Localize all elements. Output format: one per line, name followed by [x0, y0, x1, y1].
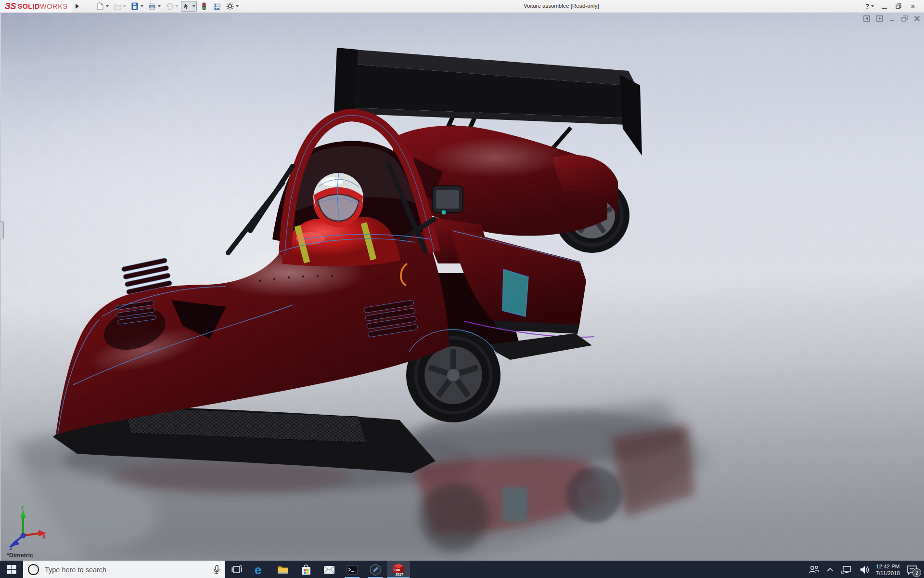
- solidworks-logo: ЗS SOLIDWORKS: [0, 0, 72, 13]
- hexagon-app-button[interactable]: [364, 561, 387, 578]
- notification-count-badge: 2: [912, 568, 921, 577]
- document-window-controls: [863, 15, 920, 22]
- new-document-button[interactable]: [94, 1, 110, 12]
- microphone-icon[interactable]: [213, 565, 220, 575]
- hexagon-app-icon: [370, 564, 381, 576]
- rebuild-button[interactable]: [198, 1, 210, 12]
- tray-date: 7/11/2018: [876, 570, 900, 577]
- restore-icon: [901, 15, 908, 22]
- feature-panel-collapse-tab[interactable]: [0, 221, 4, 239]
- close-button[interactable]: ×: [906, 0, 920, 12]
- people-icon: [808, 565, 819, 574]
- document-minimize-button[interactable]: [889, 16, 895, 22]
- document-title: Voiture assomblee [Read-only]: [524, 3, 599, 9]
- store-button[interactable]: [295, 561, 318, 578]
- options-button[interactable]: [224, 1, 240, 12]
- solidworks-2017-icon: SW 2017: [392, 563, 405, 577]
- save-button[interactable]: [129, 1, 145, 12]
- solidworks-2017-button[interactable]: SW 2017: [387, 561, 410, 578]
- feature-panel-splitter: [0, 13, 1, 561]
- new-document-icon: [96, 2, 104, 11]
- pane-arrow-left-icon: [863, 15, 870, 22]
- close-icon: [914, 15, 920, 22]
- save-floppy-icon: [130, 2, 139, 11]
- open-document-button: [112, 1, 128, 12]
- collapse-left-pane-button[interactable]: [863, 15, 870, 22]
- minimize-button[interactable]: [877, 0, 891, 12]
- select-cursor-icon: [182, 2, 191, 11]
- teal-fitting: [442, 210, 446, 215]
- action-center-button[interactable]: 2: [903, 561, 924, 578]
- taskbar-clock[interactable]: 12:42 PM 7/11/2018: [873, 561, 903, 578]
- gear-icon: [226, 2, 234, 11]
- svg-text:SW: SW: [395, 568, 401, 572]
- quick-toolbar: [94, 1, 240, 12]
- people-button[interactable]: [805, 561, 823, 578]
- dropdown-caret[interactable]: [141, 5, 143, 7]
- svg-text:e: e: [255, 563, 261, 577]
- window-controls: ? ×: [862, 0, 924, 12]
- open-folder-icon: [113, 2, 122, 11]
- command-prompt-icon: [346, 565, 358, 575]
- start-button[interactable]: [0, 561, 23, 578]
- tray-time: 12:42 PM: [876, 563, 899, 570]
- volume-button[interactable]: [856, 561, 873, 578]
- titlebar: ЗS SOLIDWORKS: [0, 0, 924, 13]
- print-icon: [148, 2, 156, 11]
- dropdown-caret[interactable]: [236, 5, 239, 7]
- solidworks-logo-glyph: ЗS: [5, 1, 16, 12]
- z-axis-label: Z: [10, 546, 13, 550]
- help-button[interactable]: ?: [862, 0, 877, 12]
- file-properties-button[interactable]: [211, 1, 223, 12]
- search-input[interactable]: [44, 565, 208, 574]
- solidworks-window: ЗS SOLIDWORKS: [0, 0, 924, 578]
- store-icon: [301, 564, 311, 576]
- undo-button: [164, 1, 180, 12]
- file-properties-icon: [213, 2, 221, 11]
- taskbar-search[interactable]: [23, 561, 225, 578]
- print-button[interactable]: [146, 1, 162, 12]
- chevron-up-icon: [827, 567, 834, 572]
- document-restore-button[interactable]: [901, 15, 908, 22]
- restore-icon: [896, 3, 901, 9]
- cortana-icon: [28, 564, 39, 575]
- close-icon: ×: [911, 2, 915, 11]
- edge-icon: e: [254, 563, 266, 577]
- rebuild-traffic-light-icon: [200, 2, 208, 11]
- dropdown-caret[interactable]: [106, 5, 109, 7]
- show-hidden-icons-button[interactable]: [823, 561, 837, 578]
- mail-icon: [323, 565, 335, 574]
- network-button[interactable]: [837, 561, 856, 578]
- y-axis-label: Y: [21, 506, 25, 511]
- restore-button[interactable]: [891, 0, 906, 12]
- graphics-area[interactable]: Y X Z *Dimetric: [0, 13, 924, 561]
- file-explorer-button[interactable]: [271, 561, 295, 578]
- minimize-icon: [889, 16, 895, 22]
- command-prompt-button[interactable]: [341, 561, 364, 578]
- speaker-icon: [860, 565, 869, 574]
- task-view-icon: [231, 565, 242, 575]
- dropdown-caret[interactable]: [192, 5, 195, 7]
- edge-button[interactable]: e: [248, 561, 271, 578]
- expand-right-pane-button[interactable]: [876, 15, 883, 22]
- model-render-race-car: [0, 13, 924, 561]
- right-triangle-icon: [76, 4, 79, 9]
- undo-arrow-icon: [165, 2, 174, 11]
- dropdown-caret[interactable]: [158, 5, 161, 7]
- y-axis-arrow: [20, 510, 26, 518]
- select-tool-button[interactable]: [181, 1, 197, 12]
- task-view-button[interactable]: [225, 561, 248, 578]
- x-axis-label: X: [42, 534, 46, 539]
- mail-button[interactable]: [318, 561, 341, 578]
- document-close-button[interactable]: [914, 15, 920, 22]
- rear-view-mirror: [432, 186, 463, 212]
- file-explorer-icon: [277, 565, 289, 575]
- windows-logo-icon: [7, 565, 16, 574]
- pane-arrow-right-icon: [876, 15, 883, 22]
- taskbar-spacer: [410, 561, 805, 578]
- orientation-triad: Y X Z: [4, 506, 48, 550]
- menu-flyout-arrow[interactable]: [73, 1, 82, 12]
- network-icon: [841, 565, 852, 574]
- view-orientation-label: *Dimetric: [7, 552, 33, 559]
- windows-taskbar: e: [0, 561, 924, 578]
